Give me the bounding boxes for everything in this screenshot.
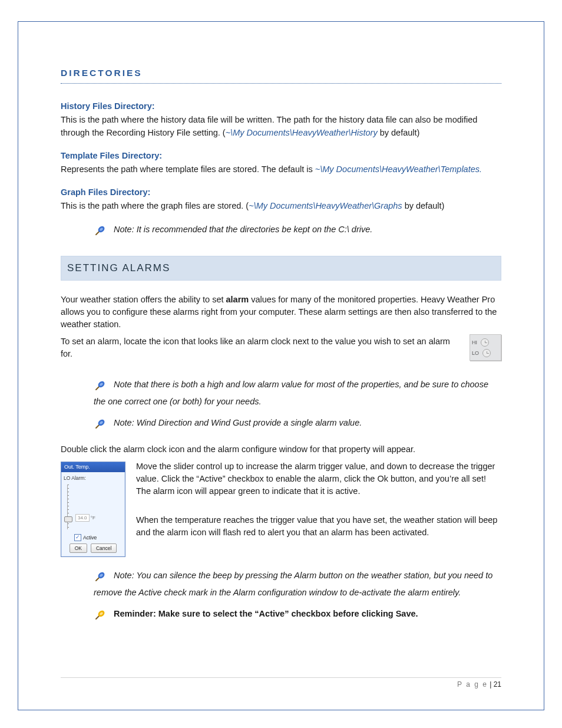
slider-text-2: When the temperature reaches the trigger… — [61, 514, 501, 539]
clock-icon — [482, 349, 491, 357]
note-alarms-3-text: Note: You can silence the beep by pressi… — [94, 571, 492, 597]
dialog-slider[interactable] — [64, 483, 72, 531]
slider-text-1: Move the slider control up to increase t… — [61, 460, 501, 498]
intro1b: alarm — [226, 295, 249, 304]
page: DIRECTORIES History Files Directory: Thi… — [0, 0, 562, 728]
slider-track — [67, 485, 69, 529]
template-files-section: Template Files Directory: Represents the… — [61, 150, 501, 176]
dialog-label: LO Alarm: — [64, 475, 123, 482]
alarm-hilo-figure: HI LO — [470, 334, 501, 361]
active-checkbox[interactable]: ✓ — [74, 534, 81, 541]
pushpin-yellow-icon — [94, 607, 108, 625]
dialog-body: LO Alarm: 34.0 °F ✓ — [61, 472, 125, 556]
note-alarms-2-text: Note: Wind Direction and Wind Gust provi… — [114, 418, 362, 427]
intro1a: Your weather station offers the ability … — [61, 295, 226, 304]
heading-setting-alarms: SETTING ALARMS — [61, 256, 501, 281]
pushpin-icon — [94, 416, 108, 434]
dialog-and-text: Out. Temp. LO Alarm: 34.0 °F — [61, 460, 501, 561]
alarms-intro-2: To set an alarm, locate the icon that lo… — [61, 335, 501, 360]
page-footer: P a g e | 21 — [61, 677, 501, 689]
graph-path: ~\My Documents\HeavyWeather\Graphs — [249, 201, 402, 210]
graph-files-section: Graph Files Directory: This is the path … — [61, 186, 501, 212]
history-path: ~\My Documents\HeavyWeather\History — [226, 128, 378, 137]
history-files-text: This is the path where the history data … — [61, 114, 501, 139]
content: DIRECTORIES History Files Directory: Thi… — [61, 67, 501, 625]
alarm-locate-row: HI LO To set an alarm, locate the icon t… — [61, 335, 501, 365]
dialog-slider-area: 34.0 °F — [64, 483, 123, 531]
alarms-intro-1: Your weather station offers the ability … — [61, 294, 501, 331]
note-alarms-2: Note: Wind Direction and Wind Gust provi… — [94, 416, 501, 434]
reminder: Reminder: Make sure to select the “Activ… — [94, 607, 501, 625]
history-text-2: by default) — [378, 128, 420, 137]
cancel-button[interactable]: Cancel — [91, 543, 117, 553]
dialog-unit: °F — [91, 515, 95, 521]
dialog-title: Out. Temp. — [61, 462, 125, 472]
page-border: DIRECTORIES History Files Directory: Thi… — [18, 21, 544, 710]
note-directories: Note: It is recommended that the directo… — [94, 223, 501, 241]
clock-icon — [481, 338, 489, 347]
note-directories-text: Note: It is recommended that the directo… — [114, 225, 372, 234]
dialog-buttons: OK Cancel — [64, 541, 123, 554]
pushpin-icon — [94, 569, 108, 587]
alarm-hi-row: HI — [472, 337, 499, 348]
graph-files-text: This is the path where the graph files a… — [61, 200, 501, 212]
graph-files-title: Graph Files Directory: — [61, 186, 501, 199]
alarm-lo-label: LO — [472, 350, 479, 357]
reminder-text: Reminder: Make sure to select the “Activ… — [114, 609, 418, 618]
template-text-1: Represents the path where template files… — [61, 164, 315, 174]
template-path: ~\My Documents\HeavyWeather\Templates. — [315, 164, 482, 174]
footer-sep: | — [488, 680, 494, 689]
active-label: Active — [83, 534, 97, 541]
dialog-active-row: ✓ Active — [74, 534, 123, 541]
ok-button[interactable]: OK — [70, 543, 87, 553]
history-files-title: History Files Directory: — [61, 100, 501, 113]
template-files-title: Template Files Directory: — [61, 150, 501, 162]
note-alarms-3: Note: You can silence the beep by pressi… — [94, 569, 501, 599]
note-alarms-1-text: Note that there is both a high and low a… — [94, 380, 488, 406]
dialog-value: 34.0 — [75, 514, 90, 522]
template-files-text: Represents the path where template files… — [61, 163, 501, 176]
graph-text-2: by default) — [402, 201, 445, 210]
alarm-lo-row: LO — [472, 348, 499, 358]
history-files-section: History Files Directory: This is the pat… — [61, 100, 501, 139]
pushpin-icon — [94, 223, 108, 241]
dialog-value-area: 34.0 °F — [75, 514, 95, 522]
footer-page-number: 21 — [494, 680, 501, 689]
note-alarms-1: Note that there is both a high and low a… — [94, 378, 501, 408]
double-click-text: Double click the alarm clock icon and th… — [61, 443, 501, 456]
alarm-hi-label: HI — [472, 339, 477, 347]
heading-directories: DIRECTORIES — [61, 67, 501, 84]
slider-thumb[interactable] — [64, 516, 72, 522]
graph-text-1: This is the path where the graph files a… — [61, 201, 249, 210]
footer-label: P a g e — [457, 680, 488, 689]
alarm-dialog-figure: Out. Temp. LO Alarm: 34.0 °F — [61, 462, 125, 557]
pushpin-icon — [94, 378, 108, 396]
